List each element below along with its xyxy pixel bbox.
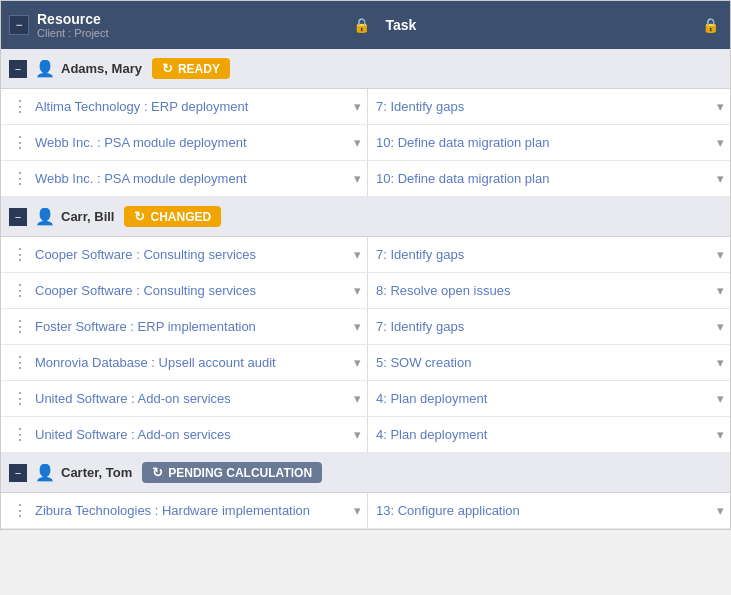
client-dropdown-icon[interactable]: ▾ bbox=[347, 283, 367, 298]
client-cell: ⋮ Monrovia Database : Upsell account aud… bbox=[1, 345, 368, 380]
user-icon-carter: 👤 bbox=[35, 463, 55, 482]
task-value: 7: Identify gaps bbox=[368, 247, 710, 262]
badge-ready-adams: ↻ READY bbox=[152, 58, 230, 79]
row-menu-dots[interactable]: ⋮ bbox=[5, 501, 35, 520]
table-row: ⋮ Cooper Software : Consulting services … bbox=[1, 273, 730, 309]
group-name-carter: Carter, Tom bbox=[61, 465, 132, 480]
client-value: Webb Inc. : PSA module deployment bbox=[35, 171, 347, 186]
client-cell: ⋮ United Software : Add-on services ▾ bbox=[1, 417, 368, 452]
badge-label-carter: PENDING CALCULATION bbox=[168, 466, 312, 480]
task-cell: 7: Identify gaps ▾ bbox=[368, 309, 730, 344]
client-value: Foster Software : ERP implementation bbox=[35, 319, 347, 334]
table-row: ⋮ Cooper Software : Consulting services … bbox=[1, 237, 730, 273]
table-row: ⋮ United Software : Add-on services ▾ 4:… bbox=[1, 417, 730, 453]
resource-lock-icon: 🔒 bbox=[350, 13, 374, 37]
client-dropdown-icon[interactable]: ▾ bbox=[347, 427, 367, 442]
group-name-adams: Adams, Mary bbox=[61, 61, 142, 76]
task-value: 10: Define data migration plan bbox=[368, 171, 710, 186]
badge-pending-icon: ↻ bbox=[152, 465, 163, 480]
task-cell: 7: Identify gaps ▾ bbox=[368, 237, 730, 272]
client-cell: ⋮ Cooper Software : Consulting services … bbox=[1, 273, 368, 308]
client-dropdown-icon[interactable]: ▾ bbox=[347, 391, 367, 406]
task-dropdown-icon[interactable]: ▾ bbox=[710, 319, 730, 334]
client-cell: ⋮ Webb Inc. : PSA module deployment ▾ bbox=[1, 161, 368, 196]
client-dropdown-icon[interactable]: ▾ bbox=[347, 503, 367, 518]
client-dropdown-icon[interactable]: ▾ bbox=[347, 355, 367, 370]
client-dropdown-icon[interactable]: ▾ bbox=[347, 99, 367, 114]
client-value: Cooper Software : Consulting services bbox=[35, 247, 347, 262]
task-dropdown-icon[interactable]: ▾ bbox=[710, 135, 730, 150]
client-value: Monrovia Database : Upsell account audit bbox=[35, 355, 347, 370]
task-lock-icon: 🔒 bbox=[698, 13, 722, 37]
user-icon-carr: 👤 bbox=[35, 207, 55, 226]
row-menu-dots[interactable]: ⋮ bbox=[5, 97, 35, 116]
task-cell: 7: Identify gaps ▾ bbox=[368, 89, 730, 124]
table-row: ⋮ Webb Inc. : PSA module deployment ▾ 10… bbox=[1, 125, 730, 161]
group-collapse-carter[interactable]: − bbox=[9, 464, 27, 482]
client-dropdown-icon[interactable]: ▾ bbox=[347, 135, 367, 150]
table-row: ⋮ Foster Software : ERP implementation ▾… bbox=[1, 309, 730, 345]
resource-table: − Resource Client : Project 🔒 Task 🔒 − 👤… bbox=[0, 0, 731, 530]
group-collapse-adams[interactable]: − bbox=[9, 60, 27, 78]
badge-refresh-icon: ↻ bbox=[134, 209, 145, 224]
badge-label-adams: READY bbox=[178, 62, 220, 76]
task-dropdown-icon[interactable]: ▾ bbox=[710, 355, 730, 370]
table-row: ⋮ Monrovia Database : Upsell account aud… bbox=[1, 345, 730, 381]
resource-column-header: Resource Client : Project bbox=[37, 11, 350, 39]
task-cell: 10: Define data migration plan ▾ bbox=[368, 161, 730, 196]
resource-column-title: Resource bbox=[37, 11, 350, 27]
client-value: Cooper Software : Consulting services bbox=[35, 283, 347, 298]
task-dropdown-icon[interactable]: ▾ bbox=[710, 391, 730, 406]
task-cell: 4: Plan deployment ▾ bbox=[368, 381, 730, 416]
badge-refresh-icon: ↻ bbox=[162, 61, 173, 76]
client-cell: ⋮ Zibura Technologies : Hardware impleme… bbox=[1, 493, 368, 528]
task-dropdown-icon[interactable]: ▾ bbox=[710, 283, 730, 298]
group-carter-tom: − 👤 Carter, Tom ↻ PENDING CALCULATION bbox=[1, 453, 730, 493]
client-cell: ⋮ United Software : Add-on services ▾ bbox=[1, 381, 368, 416]
task-cell: 5: SOW creation ▾ bbox=[368, 345, 730, 380]
group-adams-mary: − 👤 Adams, Mary ↻ READY bbox=[1, 49, 730, 89]
task-value: 13: Configure application bbox=[368, 503, 710, 518]
row-menu-dots[interactable]: ⋮ bbox=[5, 389, 35, 408]
row-menu-dots[interactable]: ⋮ bbox=[5, 425, 35, 444]
badge-pending-carter: ↻ PENDING CALCULATION bbox=[142, 462, 322, 483]
client-value: United Software : Add-on services bbox=[35, 391, 347, 406]
row-menu-dots[interactable]: ⋮ bbox=[5, 245, 35, 264]
task-dropdown-icon[interactable]: ▾ bbox=[710, 427, 730, 442]
row-menu-dots[interactable]: ⋮ bbox=[5, 133, 35, 152]
client-cell: ⋮ Webb Inc. : PSA module deployment ▾ bbox=[1, 125, 368, 160]
row-menu-dots[interactable]: ⋮ bbox=[5, 317, 35, 336]
task-value: 8: Resolve open issues bbox=[368, 283, 710, 298]
client-value: United Software : Add-on services bbox=[35, 427, 347, 442]
task-cell: 8: Resolve open issues ▾ bbox=[368, 273, 730, 308]
client-cell: ⋮ Cooper Software : Consulting services … bbox=[1, 237, 368, 272]
table-row: ⋮ United Software : Add-on services ▾ 4:… bbox=[1, 381, 730, 417]
task-dropdown-icon[interactable]: ▾ bbox=[710, 503, 730, 518]
task-dropdown-icon[interactable]: ▾ bbox=[710, 99, 730, 114]
client-value: Webb Inc. : PSA module deployment bbox=[35, 135, 347, 150]
task-cell: 10: Define data migration plan ▾ bbox=[368, 125, 730, 160]
row-menu-dots[interactable]: ⋮ bbox=[5, 281, 35, 300]
resource-column-sub: Client : Project bbox=[37, 27, 350, 39]
task-value: 4: Plan deployment bbox=[368, 391, 710, 406]
client-dropdown-icon[interactable]: ▾ bbox=[347, 171, 367, 186]
client-cell: ⋮ Foster Software : ERP implementation ▾ bbox=[1, 309, 368, 344]
task-cell: 13: Configure application ▾ bbox=[368, 493, 730, 528]
row-menu-dots[interactable]: ⋮ bbox=[5, 353, 35, 372]
client-value: Altima Technology : ERP deployment bbox=[35, 99, 347, 114]
task-value: 5: SOW creation bbox=[368, 355, 710, 370]
header-collapse-button[interactable]: − bbox=[9, 15, 29, 35]
badge-label-carr: CHANGED bbox=[150, 210, 211, 224]
task-value: 7: Identify gaps bbox=[368, 99, 710, 114]
client-dropdown-icon[interactable]: ▾ bbox=[347, 247, 367, 262]
task-dropdown-icon[interactable]: ▾ bbox=[710, 171, 730, 186]
table-row: ⋮ Altima Technology : ERP deployment ▾ 7… bbox=[1, 89, 730, 125]
group-collapse-carr[interactable]: − bbox=[9, 208, 27, 226]
group-carr-bill: − 👤 Carr, Bill ↻ CHANGED bbox=[1, 197, 730, 237]
user-icon-adams: 👤 bbox=[35, 59, 55, 78]
task-value: 7: Identify gaps bbox=[368, 319, 710, 334]
task-dropdown-icon[interactable]: ▾ bbox=[710, 247, 730, 262]
row-menu-dots[interactable]: ⋮ bbox=[5, 169, 35, 188]
client-dropdown-icon[interactable]: ▾ bbox=[347, 319, 367, 334]
client-cell: ⋮ Altima Technology : ERP deployment ▾ bbox=[1, 89, 368, 124]
